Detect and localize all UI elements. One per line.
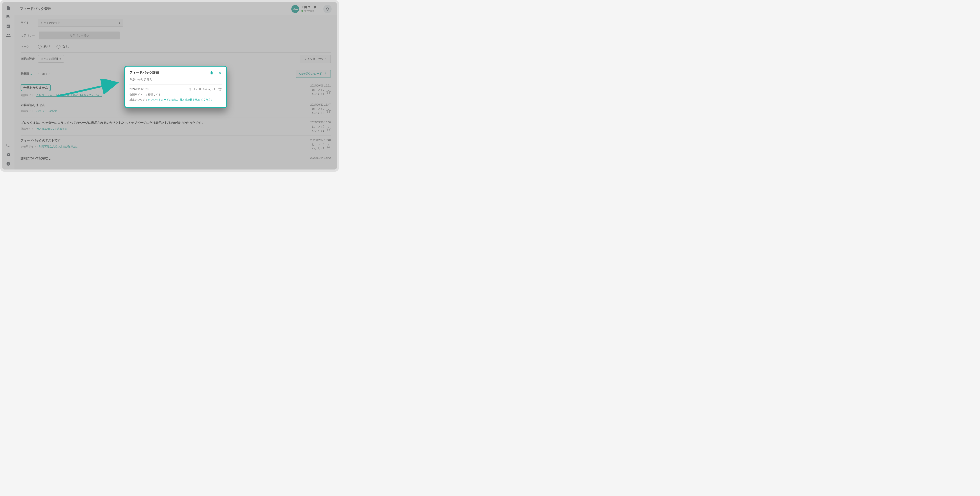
svg-marker-12 [327,145,331,148]
star-icon[interactable] [326,109,331,113]
notifications-button[interactable] [323,5,332,13]
site-filter-label: サイト [21,21,34,25]
chevron-down-icon: ▼ [59,58,61,60]
modal-publish-site: 公開サイト ：外部サイト [129,93,222,97]
category-select[interactable]: カテゴリー選択 [39,32,120,40]
svg-marker-11 [327,127,331,130]
modal-subject: 全然わかりません [129,77,222,81]
knowledge-link[interactable]: カスタムHTMLを追加する [37,127,67,130]
svg-rect-1 [8,26,8,27]
mark-filter-label: マーク [21,45,34,49]
highlighted-feedback-title: 全然わかりません [21,84,51,91]
category-filter-label: カテゴリー [21,33,35,37]
sidebar: ? [2,2,14,170]
svg-marker-16 [218,87,222,91]
nav-chat-icon[interactable] [6,14,11,20]
nav-settings-icon[interactable] [6,152,11,157]
item-date: 2024/09/06 16:51 [294,84,331,87]
filter-reset-button[interactable]: フィルタリセット [300,55,331,63]
knowledge-link[interactable]: 利用可能な支払い方法が知りたい [39,145,78,148]
nav-analytics-icon[interactable] [6,24,11,29]
period-label: 期間の設定 [21,57,35,61]
feedback-detail-modal: フィードバック詳細 全然わかりません 2024/09/06 16:51 は い：… [124,66,227,108]
knowledge-link[interactable]: クレジットカードの支払い日と締め日を教えてください [37,94,102,97]
mark-radio-yes[interactable]: あり [38,44,50,49]
svg-rect-2 [8,25,8,27]
mark-radio-no[interactable]: なし [57,44,69,49]
svg-rect-4 [7,144,10,146]
modal-timestamp: 2024/09/06 16:51 [129,87,150,91]
star-icon[interactable] [326,127,331,131]
page-title: フィードバック管理 [20,6,51,11]
chevron-down-icon: ⌄ [30,72,32,76]
svg-marker-10 [327,109,331,113]
user-status: 受付可能 [301,9,319,13]
avatar: 上ユ [291,5,299,13]
svg-marker-9 [327,90,331,94]
star-icon[interactable] [326,90,331,94]
radio-icon [38,45,41,49]
chevron-down-icon: ▾ [119,21,120,24]
svg-text:?: ? [8,162,9,165]
delete-button[interactable] [210,71,213,75]
user-menu[interactable]: 上ユ 上田 ユーザー 受付可能 [291,5,319,13]
nav-users-icon[interactable] [6,33,11,38]
filter-panel: サイト すべてのサイト ▾ カテゴリー カテゴリー選択 マーク あり なし [14,16,337,52]
list-item[interactable]: ブロック１は、ヘッダーのようにすべてのページに表示されるのか？とれともトップペー… [21,118,331,135]
sort-select[interactable]: 新着順 ⌄ [21,72,32,76]
status-dot-icon [301,10,303,12]
modal-title: フィードバック詳細 [129,70,159,75]
modal-target-knowledge: 対象ナレッジ：クレジットカードの支払い日と締め日を教えてください [129,98,222,102]
star-icon[interactable] [326,144,331,149]
result-count: 1 - 31 / 31 [38,72,51,76]
svg-rect-3 [9,26,10,27]
nav-docs-icon[interactable] [6,5,11,11]
nav-monitor-icon[interactable] [6,143,11,148]
list-item[interactable]: フィードバックのテストです デモ用サイト：利用可能な支払い方法が知りたい 202… [21,135,331,153]
period-select[interactable]: すべての期間 ▼ [38,55,64,63]
modal-knowledge-link[interactable]: クレジットカードの支払い日と締め日を教えてください [148,98,213,101]
close-button[interactable] [218,71,222,75]
knowledge-link[interactable]: パスワードの変更 [37,110,57,113]
star-icon[interactable] [218,87,222,91]
radio-icon [57,45,60,49]
user-name: 上田 ユーザー [301,5,319,9]
topbar: フィードバック管理 上ユ 上田 ユーザー 受付可能 [14,2,337,16]
site-select[interactable]: すべてのサイト ▾ [38,19,123,27]
nav-help-icon[interactable]: ? [6,161,11,167]
list-item[interactable]: 詳細について記載なし 2023/11/24 15:42 [21,153,331,165]
csv-download-button[interactable]: CSVダウンロード [296,70,331,78]
